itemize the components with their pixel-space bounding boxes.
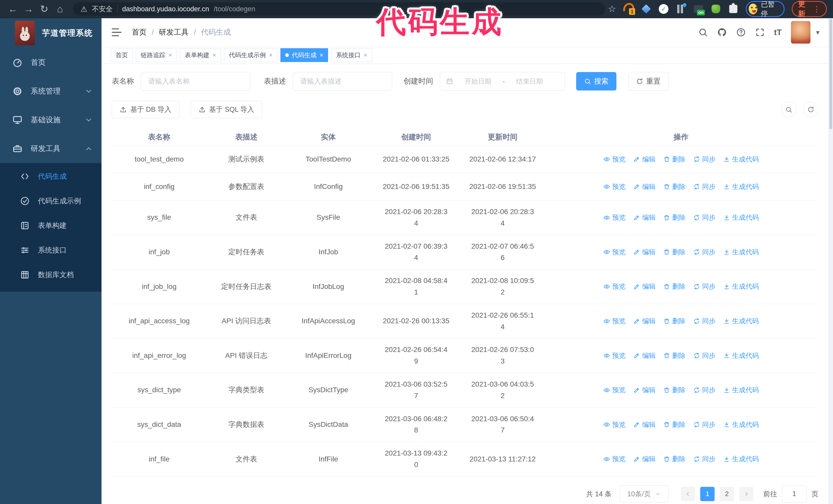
sync-link[interactable]: 同步: [693, 282, 716, 291]
sidebar-item-database-doc[interactable]: 数据库文档: [0, 263, 101, 287]
profile-paused-badge[interactable]: 已暂停: [746, 1, 785, 17]
hamburger-icon[interactable]: [111, 26, 122, 38]
generate-code-link[interactable]: 生成代码: [723, 420, 759, 429]
close-icon[interactable]: ×: [269, 52, 272, 58]
goto-page-input[interactable]: [782, 485, 807, 503]
extension-tampermonkey-icon[interactable]: [675, 4, 686, 14]
generate-code-link[interactable]: 生成代码: [723, 455, 759, 463]
extension-switch-icon[interactable]: on: [693, 4, 704, 14]
edit-link[interactable]: 编辑: [633, 248, 656, 257]
sidebar-logo[interactable]: 芋道管理系统: [0, 18, 101, 48]
browser-update-button[interactable]: 更新 ⋮: [792, 1, 827, 17]
help-icon[interactable]: [736, 27, 746, 37]
tab-home[interactable]: 首页: [111, 48, 133, 62]
search-button[interactable]: 搜索: [576, 72, 616, 91]
generate-code-link[interactable]: 生成代码: [723, 351, 759, 360]
page-button-2[interactable]: 2: [720, 487, 734, 501]
browser-menu-dots-icon[interactable]: ⋮: [813, 5, 820, 14]
browser-forward-icon[interactable]: →: [22, 2, 35, 16]
sidebar-item-dev-tools[interactable]: 研发工具: [0, 134, 101, 163]
scrollbar-thumb[interactable]: [829, 19, 832, 129]
tab-form-builder[interactable]: 表单构建×: [180, 48, 221, 62]
delete-link[interactable]: 删除: [663, 386, 686, 394]
generate-code-link[interactable]: 生成代码: [723, 155, 759, 164]
delete-link[interactable]: 删除: [663, 282, 686, 291]
page-button-1[interactable]: 1: [700, 487, 715, 501]
extension-diamond-icon[interactable]: [641, 4, 651, 14]
breadcrumb-dev-tools[interactable]: 研发工具: [159, 27, 189, 38]
sync-link[interactable]: 同步: [693, 182, 716, 191]
preview-link[interactable]: 预览: [603, 317, 626, 326]
edit-link[interactable]: 编辑: [633, 317, 656, 326]
delete-link[interactable]: 删除: [663, 351, 686, 360]
search-icon[interactable]: [698, 27, 708, 37]
start-date-input[interactable]: [457, 77, 499, 86]
extension-orange-icon[interactable]: 1: [623, 4, 634, 14]
delete-link[interactable]: 删除: [663, 420, 686, 429]
edit-link[interactable]: 编辑: [633, 455, 656, 463]
tab-system-api[interactable]: 系统接口×: [331, 48, 372, 62]
generate-code-link[interactable]: 生成代码: [723, 248, 759, 257]
github-icon[interactable]: [717, 27, 727, 37]
close-icon[interactable]: ×: [168, 52, 172, 58]
edit-link[interactable]: 编辑: [633, 182, 656, 191]
date-range-picker[interactable]: -: [440, 72, 565, 91]
tab-codegen-example[interactable]: 代码生成示例×: [224, 48, 277, 62]
address-bar[interactable]: ⚠ 不安全 dashboard.yudao.iocoder.cn/tool/co…: [73, 2, 605, 16]
sidebar-item-system-management[interactable]: 系统管理: [0, 77, 101, 105]
font-size-icon[interactable]: tT: [774, 28, 782, 37]
reset-button[interactable]: 重置: [628, 72, 668, 91]
browser-reload-icon[interactable]: ↻: [38, 2, 51, 16]
toggle-search-button[interactable]: [781, 102, 796, 117]
breadcrumb-home[interactable]: 首页: [132, 27, 147, 38]
tab-tracing[interactable]: 链路追踪×: [136, 48, 177, 62]
sync-link[interactable]: 同步: [693, 455, 716, 463]
sidebar-item-form-builder[interactable]: 表单构建: [0, 213, 101, 238]
edit-link[interactable]: 编辑: [633, 386, 656, 394]
preview-link[interactable]: 预览: [603, 248, 626, 257]
tab-codegen[interactable]: 代码生成×: [280, 48, 328, 62]
sync-link[interactable]: 同步: [693, 248, 716, 257]
edit-link[interactable]: 编辑: [633, 213, 656, 222]
sync-link[interactable]: 同步: [693, 155, 716, 164]
edit-link[interactable]: 编辑: [633, 420, 656, 429]
close-icon[interactable]: ×: [213, 52, 216, 58]
delete-link[interactable]: 删除: [663, 455, 686, 463]
sync-link[interactable]: 同步: [693, 213, 716, 222]
delete-link[interactable]: 删除: [663, 317, 686, 326]
generate-code-link[interactable]: 生成代码: [723, 317, 759, 326]
generate-code-link[interactable]: 生成代码: [723, 213, 759, 222]
sidebar-item-code-generation[interactable]: 代码生成: [0, 164, 101, 189]
prev-page-button[interactable]: [681, 487, 695, 501]
preview-link[interactable]: 预览: [603, 420, 626, 429]
end-date-input[interactable]: [508, 77, 551, 86]
delete-link[interactable]: 删除: [663, 182, 686, 191]
refresh-table-button[interactable]: [803, 102, 818, 117]
sync-link[interactable]: 同步: [693, 351, 716, 360]
close-icon[interactable]: ×: [319, 52, 323, 58]
sidebar-item-code-generation-example[interactable]: 代码生成示例: [0, 189, 101, 213]
preview-link[interactable]: 预览: [603, 455, 626, 463]
table-desc-input[interactable]: [293, 72, 392, 91]
page-scrollbar[interactable]: [829, 18, 833, 504]
user-avatar[interactable]: [791, 21, 810, 44]
preview-link[interactable]: 预览: [603, 351, 626, 360]
edit-link[interactable]: 编辑: [633, 351, 656, 360]
import-db-button[interactable]: 基于 DB 导入: [112, 101, 180, 118]
fullscreen-icon[interactable]: [755, 27, 765, 37]
sidebar-item-home[interactable]: 首页: [0, 48, 101, 77]
generate-code-link[interactable]: 生成代码: [723, 386, 759, 394]
sync-link[interactable]: 同步: [693, 386, 716, 394]
import-sql-button[interactable]: 基于 SQL 导入: [191, 101, 262, 118]
generate-code-link[interactable]: 生成代码: [723, 182, 759, 191]
sync-link[interactable]: 同步: [693, 420, 716, 429]
table-name-input[interactable]: [141, 72, 251, 91]
bookmark-star-icon[interactable]: ☆: [608, 4, 616, 14]
preview-link[interactable]: 预览: [603, 282, 626, 291]
extension-bug-icon[interactable]: [711, 4, 721, 14]
browser-home-icon[interactable]: ⌂: [53, 2, 66, 16]
close-icon[interactable]: ×: [364, 52, 367, 58]
extensions-puzzle-icon[interactable]: [728, 4, 739, 14]
next-page-button[interactable]: [739, 487, 754, 501]
sidebar-item-system-api[interactable]: 系统接口: [0, 238, 101, 263]
